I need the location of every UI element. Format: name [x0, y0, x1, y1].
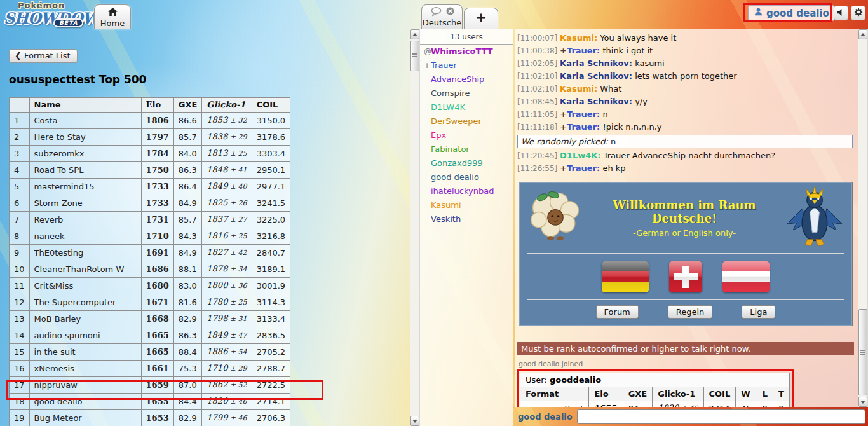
ladder-name-cell[interactable]: Crit&Miss: [29, 278, 141, 294]
settings-button[interactable]: [851, 6, 865, 20]
ladder-name-cell[interactable]: Reverb: [29, 212, 141, 228]
timestamp: [11:11:05]: [517, 110, 560, 119]
ladder-column-header: [10, 98, 30, 113]
scroll-down-button[interactable]: [858, 397, 867, 407]
chat-username[interactable]: Kasumi:: [560, 84, 597, 93]
chat-message: [11:02:10] Kasumi: What: [517, 83, 854, 95]
close-tab-icon[interactable]: [446, 7, 454, 17]
userlist-item[interactable]: ihateluckynbad: [420, 184, 513, 198]
username-button[interactable]: good dealio: [748, 5, 835, 21]
ladder-name-cell[interactable]: Here to Stay: [29, 129, 141, 146]
userlist-username: Comspire: [431, 88, 470, 98]
userlist-item[interactable]: Epx: [420, 128, 513, 142]
userlist-item[interactable]: DerSweeper: [420, 114, 513, 128]
scroll-down-button[interactable]: [410, 416, 419, 426]
ladder-name-cell[interactable]: xNemesis: [29, 361, 141, 377]
chat-username[interactable]: Kasumi:: [560, 33, 597, 43]
chat-message-text: What: [597, 84, 621, 93]
ladder-name-cell[interactable]: nippruvaw: [29, 377, 141, 394]
userlist-username: Fabinator: [431, 144, 470, 154]
scroll-up-button[interactable]: [858, 29, 867, 39]
stats-column-header: L: [757, 387, 773, 401]
chat-username[interactable]: D1Lw4K:: [560, 151, 600, 160]
format-list-button[interactable]: ❮Format List: [9, 49, 78, 63]
userlist-username: AdvanceShip: [431, 74, 484, 84]
new-tab-button[interactable]: +: [464, 8, 498, 29]
ladder-name-cell[interactable]: audino spumoni: [29, 327, 141, 344]
chat-message: [11:11:18] +Trauer: !pick n,n,n,n,y: [517, 121, 854, 134]
chat-username[interactable]: Trauer:: [567, 46, 600, 55]
rank-prefix: @: [424, 47, 431, 56]
rank-notice-bar: Must be rank autoconfirmed or higher to …: [517, 342, 854, 355]
ladder-name-cell[interactable]: MoB Barley: [29, 311, 141, 327]
userlist-item[interactable]: good dealio: [420, 170, 513, 184]
userlist-item[interactable]: Comspire: [420, 86, 513, 100]
userlist-item[interactable]: Gonzaxd999: [420, 156, 513, 170]
ladder-glicko-cell: 1798 ± 31: [202, 311, 252, 327]
regeln-button[interactable]: Regeln: [668, 305, 713, 319]
userlist-item[interactable]: +Trauer: [420, 58, 513, 72]
rank-prefix: +: [560, 163, 567, 173]
userlist-item[interactable]: Kasumi: [420, 198, 513, 212]
arrow-down-icon: [860, 401, 865, 404]
userlist-item[interactable]: D1LW4K: [420, 100, 513, 114]
ladder-row: 7Reverb173185.71837 ± 273225.0: [10, 212, 290, 228]
userlist-count[interactable]: 13 users: [420, 29, 513, 45]
ladder-column-header: GXE: [173, 98, 202, 113]
chat-username[interactable]: Trauer:: [567, 109, 600, 119]
ladder-name-cell[interactable]: Storm Zone: [29, 195, 141, 212]
ladder-row: 3subzeromkx178484.01813 ± 253303.4: [10, 146, 290, 162]
userlist-item[interactable]: AdvanceShip: [420, 72, 513, 86]
userlist-username: Gonzaxd999: [431, 158, 483, 168]
ladder-name-cell[interactable]: subzeromkx: [29, 146, 141, 162]
ladder-name-cell[interactable]: naneek: [29, 228, 141, 245]
ladder-name-cell[interactable]: CleanerThanRotom-W: [29, 261, 141, 278]
ladder-rank-cell: 14: [10, 327, 30, 344]
ladder-coil-cell: 2840.7: [252, 245, 290, 261]
ladder-elo-cell: 1733: [141, 179, 173, 195]
intro-divider: [527, 253, 844, 254]
chat-message: [11:08:45] Karla Schnikov: y/y: [517, 95, 854, 108]
scroll-up-button[interactable]: [410, 29, 419, 39]
userlist-item[interactable]: @WhimsicoTTT: [420, 45, 513, 58]
ladder-name-cell[interactable]: Bug Meteor: [29, 410, 141, 426]
chat-username[interactable]: Trauer:: [567, 122, 600, 132]
ladder-name-cell[interactable]: Costa: [29, 113, 141, 129]
stats-gxe-cell: 84: [623, 401, 653, 408]
scrollbar-thumb[interactable]: [858, 309, 867, 395]
ladder-name-cell[interactable]: Road To SPL: [29, 162, 141, 179]
chat-scrollbar[interactable]: [858, 29, 868, 407]
stats-column-header: GXE: [623, 387, 653, 401]
ladder-rank-cell: 12: [10, 294, 30, 311]
ladder-row: 12The Supercomputer167181.61780 ± 253114…: [10, 294, 290, 311]
userlist-item[interactable]: Veskith: [420, 212, 513, 226]
forum-button[interactable]: Forum: [596, 305, 639, 319]
ladder-coil-cell: 3133.4: [252, 311, 290, 327]
left-scrollbar[interactable]: [410, 29, 420, 426]
scrollbar-thumb[interactable]: [410, 41, 419, 71]
chat-username[interactable]: Karla Schnikov:: [560, 58, 632, 68]
ladder-rank-cell: 16: [10, 361, 30, 377]
ladder-name-cell[interactable]: mastermind15: [29, 179, 141, 195]
ladder-rank-cell: 3: [10, 146, 30, 162]
chat-message: [11:20:45] D1Lw4K: Trauer AdvanceShip na…: [517, 149, 854, 162]
liga-button[interactable]: Liga: [742, 305, 775, 319]
ladder-name-cell[interactable]: ThE0testing: [29, 245, 141, 261]
ladder-name-cell[interactable]: good dealio: [29, 394, 141, 410]
chat-username[interactable]: Karla Schnikov:: [560, 71, 632, 81]
showdown-logo: Pokémon SHOWDOWN! BETA: [4, 1, 105, 29]
ladder-rank-cell: 13: [10, 311, 30, 327]
ladder-coil-cell: 3189.1: [252, 261, 290, 278]
stats-column-header: Elo: [589, 387, 623, 401]
grip-icon: [860, 350, 865, 355]
userlist-item[interactable]: Fabinator: [420, 142, 513, 156]
ladder-name-cell[interactable]: in the suit: [29, 344, 141, 361]
tab-deutsche[interactable]: Deutsche: [421, 4, 463, 29]
chat-input[interactable]: [577, 409, 865, 424]
ladder-table: NameEloGXEGlicko-1COIL 1Costa180686.6185…: [9, 97, 290, 426]
sound-button[interactable]: [834, 6, 848, 20]
ladder-name-cell[interactable]: The Supercomputer: [29, 294, 141, 311]
ladder-gxe-cell: 85.7: [173, 129, 202, 146]
chat-username[interactable]: Trauer:: [567, 163, 600, 173]
chat-username[interactable]: Karla Schnikov:: [560, 97, 632, 106]
